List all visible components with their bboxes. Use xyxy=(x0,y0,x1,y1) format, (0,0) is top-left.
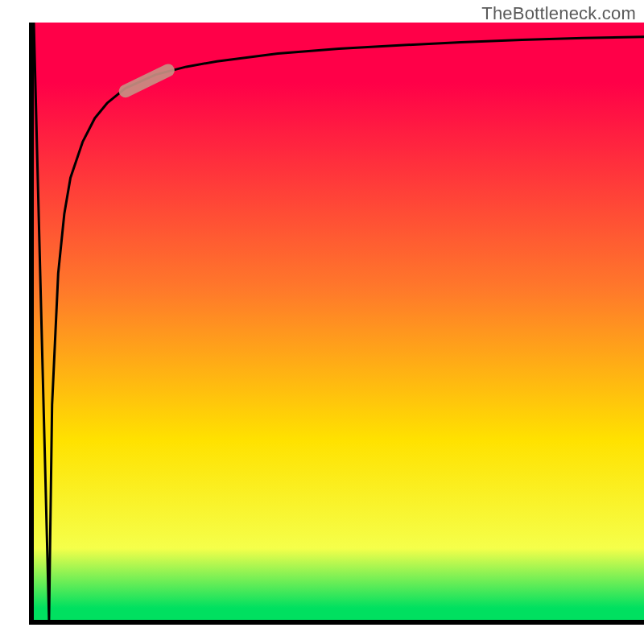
highlight-marker xyxy=(126,70,168,91)
bottleneck-curve xyxy=(34,23,644,620)
chart-canvas: TheBottleneck.com xyxy=(0,0,644,644)
watermark-text: TheBottleneck.com xyxy=(481,3,636,24)
curve-line xyxy=(34,23,644,620)
x-axis xyxy=(29,620,644,625)
y-axis xyxy=(29,23,34,625)
plot-area xyxy=(34,23,644,620)
